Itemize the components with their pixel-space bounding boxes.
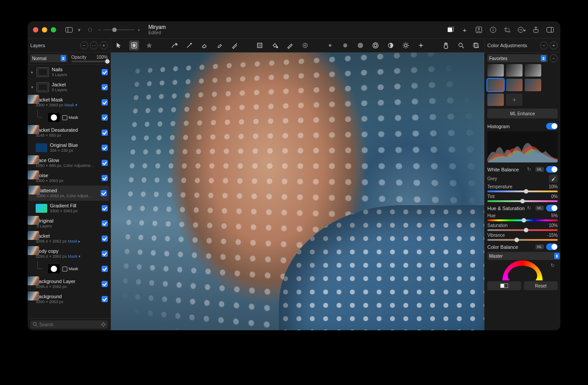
- sparkle-tool[interactable]: [416, 41, 426, 50]
- layer-visibility-checkbox[interactable]: [102, 69, 108, 75]
- preset-add-button[interactable]: +: [506, 93, 523, 106]
- ml-enhance-button[interactable]: ML Enhance: [487, 109, 558, 118]
- hue-slider[interactable]: Hue5%: [487, 213, 558, 221]
- layer-visibility-checkbox[interactable]: [102, 114, 108, 121]
- color-balance-wheel[interactable]: ↻: [487, 262, 558, 279]
- add-icon[interactable]: +: [460, 25, 470, 35]
- preset-thumb-6[interactable]: [525, 79, 541, 91]
- eyedropper-icon[interactable]: [549, 174, 558, 182]
- effects-menu-icon[interactable]: ▾: [517, 25, 527, 35]
- info-icon[interactable]: [488, 25, 498, 35]
- opacity-slider[interactable]: [71, 61, 108, 62]
- layer-row-jacket-desat[interactable]: Jacket Desaturated3145 × 855 px: [28, 125, 110, 140]
- layer-row-jacket[interactable]: ▾Jacket3 Layers: [28, 80, 110, 95]
- layer-visibility-checkbox[interactable]: [102, 84, 108, 90]
- zoom-tool[interactable]: [456, 41, 466, 50]
- white-balance-toggle[interactable]: [546, 166, 558, 173]
- vibrance-slider[interactable]: Vibrance-15%: [487, 233, 558, 241]
- preset-thumb-3[interactable]: [525, 64, 541, 77]
- vignette-large[interactable]: [355, 41, 365, 50]
- crop-icon[interactable]: [502, 25, 512, 35]
- reset-button[interactable]: Reset: [524, 281, 558, 290]
- maximize-window[interactable]: [51, 27, 56, 32]
- disclosure-icon[interactable]: ▾: [30, 85, 34, 89]
- radial-tool[interactable]: [371, 41, 380, 50]
- layer-visibility-checkbox[interactable]: [102, 296, 108, 302]
- sidebar-toggle-icon[interactable]: [64, 25, 74, 35]
- compare-split-button[interactable]: [487, 281, 521, 290]
- layer-visibility-checkbox[interactable]: [102, 175, 108, 181]
- bucket-tool[interactable]: [270, 41, 280, 50]
- pen-tool[interactable]: [230, 41, 240, 50]
- preset-thumb-5[interactable]: [506, 79, 523, 91]
- vignette-small[interactable]: [325, 41, 335, 50]
- layer-visibility-checkbox[interactable]: [102, 266, 108, 272]
- blur-tool[interactable]: [300, 41, 310, 50]
- vignette-med[interactable]: [340, 41, 350, 50]
- collapse-tools-icon[interactable]: [471, 41, 481, 50]
- layers-remove-button[interactable]: −: [80, 41, 88, 49]
- hue-sat-toggle[interactable]: [546, 205, 558, 211]
- inspector-toggle-icon[interactable]: [545, 25, 555, 35]
- layers-options-button[interactable]: ⋯: [90, 41, 98, 49]
- zoom-in-button[interactable]: +: [137, 27, 140, 32]
- layer-visibility-checkbox[interactable]: [101, 190, 107, 196]
- preset-thumb-1[interactable]: [487, 64, 504, 77]
- preset-thumb-7[interactable]: [487, 93, 504, 106]
- preset-thumb-4[interactable]: [487, 79, 504, 91]
- layer-visibility-checkbox[interactable]: [102, 145, 108, 151]
- tint-slider[interactable]: Tint0%: [487, 194, 558, 202]
- light-tool[interactable]: [401, 41, 411, 50]
- style-tool[interactable]: [129, 41, 139, 50]
- presets-select[interactable]: Favorites: [487, 54, 548, 62]
- layer-visibility-checkbox[interactable]: [102, 281, 108, 287]
- canvas[interactable]: [111, 53, 484, 330]
- temperature-slider[interactable]: Temperature10%: [487, 184, 558, 192]
- layer-row-bg[interactable]: Background3300 × 2063 px: [28, 292, 110, 307]
- layers-add-button[interactable]: +: [100, 41, 108, 49]
- layer-row-original[interactable]: ▾Original3 Layers: [28, 216, 110, 231]
- preset-thumb-2[interactable]: [506, 64, 523, 77]
- layer-row-orig-jacket[interactable]: Jacket3298.4 × 2062 px Mask ▸: [28, 231, 110, 246]
- presets-remove-button[interactable]: −: [550, 54, 558, 62]
- layer-row-noise[interactable]: Noise3300 × 2063 px: [28, 170, 110, 186]
- search-options-icon[interactable]: [101, 322, 106, 327]
- histogram-toggle[interactable]: [546, 123, 558, 130]
- layer-row-bg-layer[interactable]: Background Layer3298.4 × 2062 px: [28, 276, 110, 292]
- layer-visibility-checkbox[interactable]: [102, 235, 108, 242]
- arrow-tool[interactable]: [114, 41, 124, 50]
- color-balance-toggle[interactable]: [546, 243, 558, 250]
- star-tool[interactable]: [144, 41, 154, 50]
- code-toggle-icon[interactable]: 〈 〉: [85, 25, 94, 35]
- layer-row-jacket-mask[interactable]: Jacket Mask3300 × 2063 px Mask ▾: [28, 95, 110, 110]
- sidebar-menu-icon[interactable]: ▾: [77, 25, 82, 35]
- exposure-tool[interactable]: [386, 41, 396, 50]
- share-icon[interactable]: [531, 25, 541, 35]
- blend-mode-select[interactable]: Normal: [30, 54, 68, 62]
- layer-visibility-checkbox[interactable]: [102, 251, 108, 257]
- layer-visibility-checkbox[interactable]: [102, 205, 108, 211]
- layer-row-flattened[interactable]: Flattened3300 × 2062 px, Color Adjust…: [29, 186, 110, 201]
- color-balance-reset-icon[interactable]: ↻: [551, 263, 557, 269]
- hue-sat-reset-icon[interactable]: ↻: [527, 205, 533, 211]
- layer-row-original-blue[interactable]: Original Blue334 × 230 px: [28, 140, 110, 155]
- portrait-icon[interactable]: [474, 25, 484, 35]
- hand-tool[interactable]: [441, 41, 451, 50]
- zoom-out-button[interactable]: −: [98, 27, 101, 32]
- adjustments-collapse-button[interactable]: −: [540, 41, 548, 49]
- layer-row-jacket-mask-img[interactable]: Mask: [28, 110, 110, 125]
- eraser-tool[interactable]: [200, 41, 209, 50]
- layer-visibility-checkbox[interactable]: [102, 160, 108, 166]
- color-balance-range-select[interactable]: Master: [487, 252, 560, 260]
- white-balance-reset-icon[interactable]: ↻: [527, 166, 533, 173]
- brush-tool[interactable]: [215, 41, 225, 50]
- layer-row-face-glow[interactable]: Face Glow1050 × 686 px, Color Adjustme…: [28, 155, 110, 170]
- minimize-window[interactable]: [42, 27, 47, 32]
- close-window[interactable]: [33, 27, 38, 32]
- layer-row-nails[interactable]: ▸Nails3 Layers: [28, 65, 110, 80]
- pencil-tool[interactable]: [285, 41, 295, 50]
- layer-row-body-mask[interactable]: Mask: [28, 261, 110, 276]
- layer-visibility-checkbox[interactable]: [102, 130, 108, 136]
- crop-preset-tool[interactable]: [255, 41, 265, 50]
- layer-search-input[interactable]: [30, 320, 108, 328]
